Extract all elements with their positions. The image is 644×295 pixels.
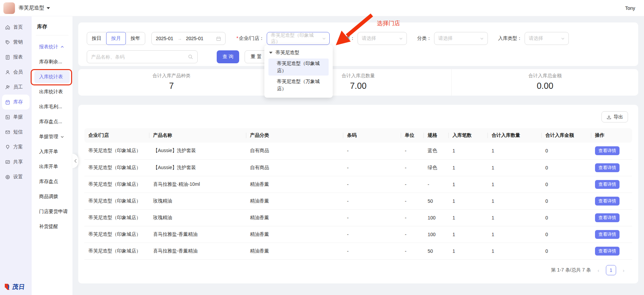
search-icon[interactable] [188, 54, 193, 60]
submenu-item-label: 门店要货申请 [39, 209, 68, 215]
submenu-section-report-stats[interactable]: 报表统计 [32, 39, 72, 54]
tab-by-day[interactable]: 按日 [87, 32, 106, 45]
sidebar-item-sms[interactable]: 短信 [0, 125, 32, 140]
home-icon [5, 24, 11, 30]
sidebar-item-reports[interactable]: 报表 [0, 50, 32, 65]
table-cell: 蒂芙尼造型（印象城店） [84, 176, 149, 193]
submenu-item-inbound-stats[interactable]: 入库统计表 [34, 71, 70, 83]
next-page-button[interactable]: › [621, 267, 626, 273]
table-cell: 【Aussie】洗护套装 [149, 143, 246, 159]
warehouse-select[interactable]: 请选择 [358, 32, 407, 45]
pagination: 第 1-7 条/总共 7 条 ‹ 1 › [551, 265, 626, 276]
submenu-item-label: 入库统计表 [39, 74, 63, 80]
sidebar-item-members[interactable]: 会员 [0, 65, 32, 80]
submenu-item-stock-remaining[interactable]: 库存剩余... [32, 54, 72, 69]
search-input[interactable] [91, 54, 188, 60]
pagination-summary: 第 1-7 条/总共 7 条 [551, 267, 591, 273]
store-option-yinxiangcheng[interactable]: 蒂芙尼造型（印象城店） [268, 59, 329, 76]
table-cell: 1 [448, 159, 488, 176]
store-select[interactable]: 蒂芙尼造型（印象城店） [267, 32, 330, 45]
submenu-item-label: 库存盘点... [39, 119, 62, 125]
sidebar-item-label: 短信 [13, 129, 23, 135]
view-detail-button[interactable]: 查看详情 [595, 146, 620, 155]
table-cell: 0 [541, 143, 591, 159]
col-total-quantity: 合计入库数量 [488, 128, 541, 143]
sidebar-item-marketing[interactable]: 营销 [0, 35, 32, 50]
table-cell: 玫瑰精油 [149, 193, 246, 209]
table-cell: 1 [448, 193, 488, 209]
warehouse-label: 仓库： [341, 35, 355, 42]
col-barcode: 条码 [343, 128, 401, 143]
category-label: 分类： [417, 35, 431, 42]
topbar: 蒂芙尼造型 Tony [0, 0, 644, 16]
view-detail-button[interactable]: 查看详情 [595, 213, 620, 222]
date-range-arrow: → [177, 36, 182, 41]
table-cell: 0 [541, 193, 591, 209]
warehouse-filter: 仓库： 请选择 [341, 32, 407, 45]
table-cell: - [401, 159, 424, 176]
submenu-item-stocktake[interactable]: 库存盘点 [32, 174, 72, 189]
sidebar-item-home[interactable]: 首页 [0, 20, 32, 35]
table-cell-actions: 查看详情 [591, 226, 632, 243]
table-cell: 蒂芙尼造型（印象城店） [84, 159, 149, 176]
table-cell: 0 [541, 243, 591, 259]
prev-page-button[interactable]: ‹ [596, 267, 601, 273]
store-tree-parent[interactable]: 蒂芙尼造型 [264, 48, 333, 58]
sidebar-item-plans[interactable]: 方案 [0, 140, 32, 154]
sidebar-item-share[interactable]: 共享 [0, 154, 32, 169]
query-button[interactable]: 查 询 [217, 50, 239, 63]
table-cell: 蓝色 [424, 143, 448, 159]
view-detail-button[interactable]: 查看详情 [595, 163, 620, 172]
export-button[interactable]: 导出 [601, 111, 628, 122]
stat-label: 合计入库产品种类 [78, 73, 265, 79]
brand-avatar[interactable] [3, 2, 15, 14]
submenu-item-store-requisition[interactable]: 门店要货申请 [32, 204, 72, 219]
view-detail-button[interactable]: 查看详情 [595, 247, 620, 256]
sidebar-item-staff[interactable]: 员工 [0, 80, 32, 95]
view-detail-button[interactable]: 查看详情 [595, 230, 620, 239]
tab-by-year[interactable]: 按年 [126, 32, 145, 45]
col-inbound-count: 入库笔数 [448, 128, 488, 143]
table-cell: 0 [541, 209, 591, 226]
chevron-down-icon [480, 37, 484, 40]
filter-row-1: 按日 按月 按年 2025-01 → 2025-01 *企业/门店： 蒂芙尼造型… [87, 32, 569, 45]
store-option-wanxiangcheng[interactable]: 蒂芙尼造型（万象城店） [268, 77, 329, 94]
submenu-item-label: 库存盘点 [39, 179, 58, 185]
filter-panel: 按日 按月 按年 2025-01 → 2025-01 *企业/门店： 蒂芙尼造型… [78, 22, 638, 66]
table-cell: - [343, 243, 401, 259]
brand-switcher[interactable]: 蒂芙尼造型 [19, 5, 50, 11]
view-detail-button[interactable]: 查看详情 [595, 197, 620, 206]
col-store: 企业/门店 [84, 128, 149, 143]
stat-value: 0.00 [452, 81, 638, 91]
submenu-section-doc-management[interactable]: 单据管理 [32, 129, 72, 144]
submenu-item-stocktake-report[interactable]: 库存盘点... [32, 114, 72, 129]
inbound-type-select[interactable]: 请选择 [525, 32, 569, 45]
date-end: 2025-01 [186, 36, 203, 41]
sidebar-item-inventory[interactable]: 库存 [2, 95, 30, 110]
table-cell: 精油香薰 [246, 176, 343, 193]
category-select[interactable]: 请选择 [434, 32, 488, 45]
submenu-item-label: 商品调拨 [39, 194, 58, 200]
table-cell: - [343, 159, 401, 176]
table-cell: - [343, 143, 401, 159]
submenu-item-outbound-order[interactable]: 出库开单 [32, 159, 72, 174]
submenu-item-outbound-profit[interactable]: 出库毛利... [32, 99, 72, 114]
table-cell: - [343, 209, 401, 226]
member-icon [5, 69, 11, 75]
date-range-picker[interactable]: 2025-01 → 2025-01 [151, 32, 226, 45]
current-user: Tony [625, 5, 635, 11]
view-detail-button[interactable]: 查看详情 [595, 180, 620, 189]
page-number[interactable]: 1 [606, 265, 616, 275]
tab-by-month[interactable]: 按月 [106, 32, 126, 45]
submenu-item-inbound-order[interactable]: 入库开单 [32, 144, 72, 159]
table-cell: 蒂芙尼造型（印象城店） [84, 243, 149, 259]
submenu-item-goods-transfer[interactable]: 商品调拨 [32, 189, 72, 204]
submenu-section-label: 单据管理 [39, 134, 58, 140]
sidebar-item-orders[interactable]: 单据 [0, 110, 32, 125]
store-label: *企业/门店： [236, 35, 264, 42]
submenu-item-restock-reminder[interactable]: 补货提醒 [32, 219, 72, 234]
submenu-item-outbound-stats[interactable]: 出库统计表 [32, 84, 72, 99]
sidebar-item-settings[interactable]: 设置 [0, 169, 32, 184]
table-cell-actions: 查看详情 [591, 243, 632, 259]
sidebar-item-label: 报表 [13, 54, 23, 60]
